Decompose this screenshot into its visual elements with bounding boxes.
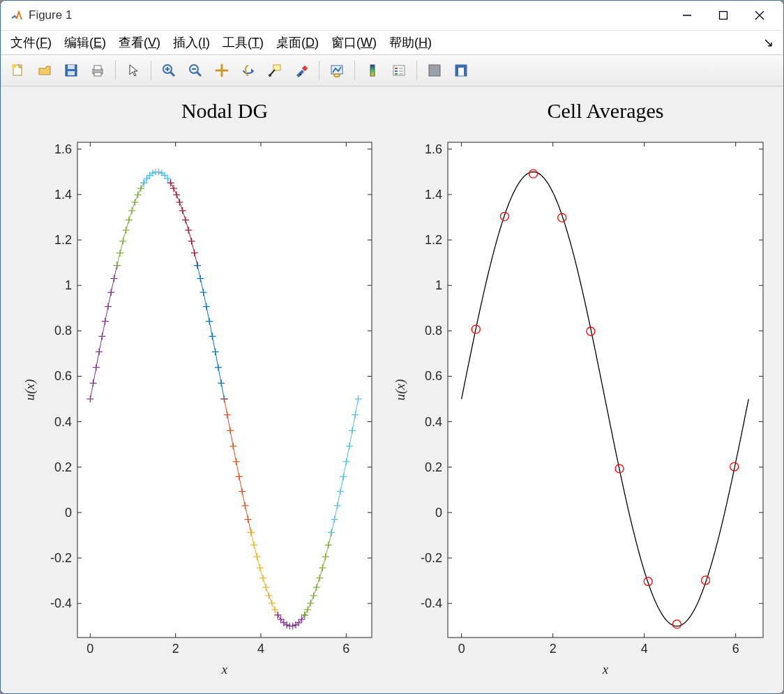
svg-rect-38 (429, 65, 440, 76)
menubar: 文件(F)编辑(E)查看(V)插入(I)工具(T)桌面(D)窗口(W)帮助(H)… (1, 30, 783, 55)
svg-text:6: 6 (342, 642, 349, 656)
menu-f[interactable]: 文件(F) (5, 33, 57, 52)
svg-text:1: 1 (65, 278, 72, 292)
svg-point-24 (269, 74, 271, 77)
zoom-in-icon[interactable] (157, 59, 181, 82)
svg-text:-0.4: -0.4 (421, 596, 442, 610)
svg-rect-42 (464, 65, 467, 76)
svg-text:0: 0 (86, 642, 93, 656)
svg-text:Nodal DG: Nodal DG (181, 99, 268, 122)
svg-rect-11 (94, 66, 101, 70)
menu-w[interactable]: 窗口(W) (326, 33, 382, 52)
svg-text:x: x (602, 662, 609, 677)
svg-text:1.2: 1.2 (425, 233, 442, 247)
svg-text:x: x (221, 662, 228, 677)
svg-text:2: 2 (550, 642, 557, 656)
menu-i[interactable]: 插入(I) (167, 33, 216, 52)
svg-rect-41 (455, 65, 458, 76)
maximize-button[interactable] (705, 1, 741, 30)
svg-text:1.6: 1.6 (54, 142, 72, 156)
link-icon[interactable] (325, 59, 349, 82)
pan-icon[interactable] (210, 59, 234, 82)
svg-rect-44 (77, 142, 372, 638)
svg-text:0.4: 0.4 (425, 415, 442, 429)
svg-text:0.2: 0.2 (425, 460, 442, 474)
pointer-icon[interactable] (121, 59, 145, 82)
hide-plot-tools-icon[interactable] (423, 59, 446, 82)
svg-text:0: 0 (65, 506, 72, 520)
open-icon[interactable] (33, 59, 56, 82)
svg-rect-12 (94, 73, 101, 76)
new-figure-icon[interactable] (6, 59, 30, 82)
axes-1[interactable]: Cell Averages0246-0.4-0.200.20.40.60.811… (392, 86, 784, 693)
svg-rect-293 (448, 142, 763, 638)
undock-icon[interactable]: ↘ (763, 35, 774, 50)
svg-rect-25 (302, 66, 308, 71)
print-icon[interactable] (86, 59, 110, 82)
svg-text:4: 4 (641, 642, 648, 656)
svg-text:1: 1 (435, 278, 442, 292)
show-plot-tools-icon[interactable] (449, 59, 473, 82)
menu-t[interactable]: 工具(T) (217, 33, 269, 52)
svg-point-20 (220, 69, 223, 72)
svg-text:1.4: 1.4 (425, 188, 442, 202)
toolbar (1, 55, 783, 86)
titlebar[interactable]: Figure 1 (1, 1, 783, 30)
svg-text:0.6: 0.6 (54, 369, 72, 383)
menu-d[interactable]: 桌面(D) (271, 33, 324, 52)
figure-window: Figure 1 文件(F)编辑(E)查看(V)插入(I)工具(T)桌面(D)窗… (0, 0, 784, 694)
svg-line-14 (170, 72, 174, 76)
svg-text:-0.2: -0.2 (421, 551, 442, 565)
colorbar-icon[interactable] (361, 59, 384, 82)
svg-text:6: 6 (732, 642, 739, 656)
svg-text:0.2: 0.2 (54, 460, 72, 474)
svg-text:0: 0 (458, 642, 465, 656)
legend-icon[interactable] (387, 59, 411, 82)
svg-rect-29 (370, 65, 375, 76)
save-icon[interactable] (59, 59, 83, 82)
svg-rect-1 (720, 12, 728, 20)
svg-text:u(x): u(x) (22, 379, 38, 401)
minimize-button[interactable] (669, 1, 705, 30)
svg-text:2: 2 (172, 642, 179, 656)
svg-text:0.4: 0.4 (54, 415, 72, 429)
rotate3d-icon[interactable] (236, 59, 260, 82)
svg-text:u(x): u(x) (393, 379, 408, 401)
svg-text:1.2: 1.2 (54, 233, 72, 247)
svg-rect-8 (68, 65, 75, 69)
svg-text:1.4: 1.4 (54, 188, 72, 202)
svg-text:1.6: 1.6 (425, 142, 442, 156)
svg-line-18 (197, 72, 201, 76)
figure-canvas[interactable]: Nodal DG0246-0.4-0.200.20.40.60.811.21.4… (1, 86, 783, 693)
zoom-out-icon[interactable] (183, 59, 207, 82)
svg-point-6 (12, 64, 16, 68)
menu-v[interactable]: 查看(V) (113, 33, 166, 52)
menu-e[interactable]: 编辑(E) (59, 33, 112, 52)
brush-icon[interactable] (289, 59, 313, 82)
svg-rect-9 (68, 71, 75, 75)
svg-text:-0.4: -0.4 (50, 596, 72, 610)
axes-0[interactable]: Nodal DG0246-0.4-0.200.20.40.60.811.21.4… (1, 86, 393, 693)
svg-point-28 (334, 74, 340, 77)
svg-text:Cell Averages: Cell Averages (548, 99, 664, 122)
svg-text:0.8: 0.8 (54, 324, 72, 338)
svg-text:0: 0 (435, 506, 442, 520)
menu-h[interactable]: 帮助(H) (384, 33, 437, 52)
svg-text:4: 4 (257, 642, 264, 656)
window-title: Figure 1 (29, 8, 72, 22)
svg-text:-0.2: -0.2 (50, 551, 72, 565)
close-button[interactable] (741, 1, 778, 30)
datatip-icon[interactable] (263, 59, 287, 82)
matlab-icon (10, 9, 23, 22)
svg-text:0.6: 0.6 (425, 369, 442, 383)
svg-text:0.8: 0.8 (425, 324, 442, 338)
